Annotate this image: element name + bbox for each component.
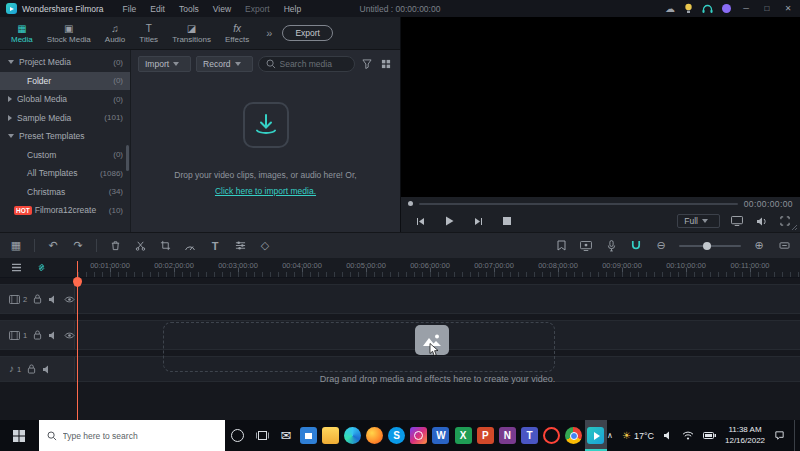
- tab-effects[interactable]: fx Effects: [218, 17, 256, 49]
- menu-export[interactable]: Export: [245, 4, 270, 14]
- taskbar-clock[interactable]: 11:38 AM 12/16/2022: [725, 425, 765, 446]
- import-media-dropzone[interactable]: [243, 102, 289, 148]
- auto-ripple-magnet-icon[interactable]: [629, 238, 643, 253]
- import-dropdown[interactable]: Import: [138, 56, 191, 72]
- taskbar-app-mail[interactable]: ✉: [275, 420, 297, 451]
- media-search-box[interactable]: [258, 56, 356, 72]
- taskbar-app-file-explorer[interactable]: [319, 420, 341, 451]
- start-button[interactable]: [0, 420, 39, 451]
- taskbar-app-chrome[interactable]: [563, 420, 585, 451]
- redo-icon[interactable]: ↷: [71, 238, 85, 253]
- taskbar-app-instagram[interactable]: [408, 420, 430, 451]
- split-scissors-icon[interactable]: [133, 238, 147, 253]
- voiceover-mic-icon[interactable]: [604, 238, 618, 253]
- fit-timeline-icon[interactable]: [777, 238, 791, 253]
- timeline-zoom-slider[interactable]: [679, 245, 741, 247]
- whats-new-bulb-icon[interactable]: [684, 3, 693, 14]
- crop-icon[interactable]: [158, 238, 172, 253]
- video-track-2[interactable]: 2: [0, 284, 800, 314]
- screen-record-icon[interactable]: [579, 238, 593, 253]
- taskbar-app-firefox[interactable]: [364, 420, 386, 451]
- weather-widget[interactable]: ☀ 17°C: [622, 430, 654, 441]
- stop-button[interactable]: [500, 214, 514, 228]
- mute-track-icon[interactable]: [48, 295, 58, 304]
- taskbar-app-filmora[interactable]: [585, 420, 607, 451]
- timeline-ruler[interactable]: 00:01:00:00 00:02:00:00 00:03:00:00 00:0…: [0, 258, 800, 278]
- menu-tools[interactable]: Tools: [179, 4, 199, 14]
- media-browser-grid-icon[interactable]: ▦: [9, 238, 23, 253]
- volume-icon[interactable]: [754, 214, 768, 228]
- timeline-tracks-area[interactable]: 2 1: [0, 278, 800, 420]
- show-desktop-button[interactable]: [794, 420, 798, 451]
- taskbar-app-skype[interactable]: S: [386, 420, 408, 451]
- preview-video-area[interactable]: [401, 17, 800, 197]
- play-button[interactable]: [442, 214, 456, 228]
- menu-view[interactable]: View: [213, 4, 231, 14]
- sidebar-item-preset-templates[interactable]: Preset Templates: [0, 127, 130, 146]
- taskbar-search-box[interactable]: [39, 420, 225, 451]
- keyframe-icon[interactable]: ◇: [258, 238, 272, 253]
- lock-track-icon[interactable]: [33, 294, 42, 304]
- account-avatar[interactable]: [722, 4, 731, 13]
- sidebar-item-christmas[interactable]: Christmas (34): [0, 183, 130, 202]
- taskbar-app-teams[interactable]: T: [518, 420, 540, 451]
- import-media-link[interactable]: Click here to import media.: [215, 186, 316, 196]
- more-tabs-chevron-icon[interactable]: »: [266, 27, 272, 39]
- lock-track-icon[interactable]: [27, 364, 36, 374]
- wifi-tray-icon[interactable]: [682, 431, 694, 440]
- mute-track-icon[interactable]: [42, 365, 52, 374]
- speed-icon[interactable]: [183, 238, 197, 253]
- tab-titles[interactable]: T Titles: [132, 17, 165, 49]
- sidebar-item-global-media[interactable]: Global Media (0): [0, 90, 130, 109]
- color-adjust-icon[interactable]: [233, 238, 247, 253]
- menu-edit[interactable]: Edit: [150, 4, 165, 14]
- taskbar-app-opera[interactable]: [541, 420, 563, 451]
- menu-help[interactable]: Help: [284, 4, 301, 14]
- cortana-button[interactable]: [225, 420, 250, 451]
- taskbar-app-word[interactable]: W: [430, 420, 452, 451]
- timeline-dropzone[interactable]: [163, 322, 555, 372]
- media-search-input[interactable]: [280, 59, 348, 69]
- task-view-button[interactable]: [250, 420, 275, 451]
- undo-icon[interactable]: ↶: [46, 238, 60, 253]
- sidebar-item-filmora12create[interactable]: HOT Filmora12create (10): [0, 201, 130, 220]
- taskbar-app-excel[interactable]: X: [452, 420, 474, 451]
- preview-zoom-dropdown[interactable]: Full: [677, 214, 720, 228]
- filter-icon[interactable]: [360, 57, 374, 71]
- lock-track-icon[interactable]: [33, 330, 42, 340]
- marker-icon[interactable]: [554, 238, 568, 253]
- next-frame-button[interactable]: [471, 214, 485, 228]
- tab-audio[interactable]: ♫ Audio: [98, 17, 132, 49]
- delete-icon[interactable]: [108, 238, 122, 253]
- link-clips-icon[interactable]: [34, 260, 48, 275]
- tab-transitions[interactable]: ◪ Transitions: [165, 17, 218, 49]
- text-edit-icon[interactable]: T: [208, 238, 222, 253]
- zoom-slider-thumb[interactable]: [703, 242, 711, 250]
- tab-stock-media[interactable]: ▣ Stock Media: [40, 17, 98, 49]
- menu-file[interactable]: File: [123, 4, 137, 14]
- zoom-out-icon[interactable]: ⊖: [654, 238, 668, 253]
- close-button[interactable]: ✕: [782, 4, 794, 13]
- seek-track[interactable]: [419, 203, 738, 205]
- sidebar-item-folder[interactable]: Folder (0): [0, 72, 130, 91]
- record-dropdown[interactable]: Record: [196, 56, 252, 72]
- previous-frame-button[interactable]: [413, 214, 427, 228]
- hide-track-eye-icon[interactable]: [64, 295, 75, 304]
- taskbar-search-input[interactable]: [63, 431, 217, 441]
- export-button[interactable]: Export: [282, 25, 333, 41]
- fullscreen-icon[interactable]: [778, 214, 792, 228]
- volume-tray-icon[interactable]: [663, 431, 673, 440]
- minimize-button[interactable]: ─: [740, 4, 752, 13]
- tab-media[interactable]: ▦ Media: [4, 17, 40, 49]
- sidebar-item-sample-media[interactable]: Sample Media (101): [0, 109, 130, 128]
- sidebar-item-all-templates[interactable]: All Templates (1086): [0, 164, 130, 183]
- hidden-icons-caret[interactable]: ∧: [607, 431, 613, 440]
- seek-handle[interactable]: [408, 201, 413, 206]
- taskbar-app-edge[interactable]: [341, 420, 363, 451]
- mute-track-icon[interactable]: [48, 331, 58, 340]
- sidebar-item-custom[interactable]: Custom (0): [0, 146, 130, 165]
- taskbar-app-store[interactable]: [297, 420, 319, 451]
- manage-tracks-icon[interactable]: [9, 260, 23, 275]
- battery-tray-icon[interactable]: [703, 432, 716, 439]
- grid-view-icon[interactable]: [379, 57, 393, 71]
